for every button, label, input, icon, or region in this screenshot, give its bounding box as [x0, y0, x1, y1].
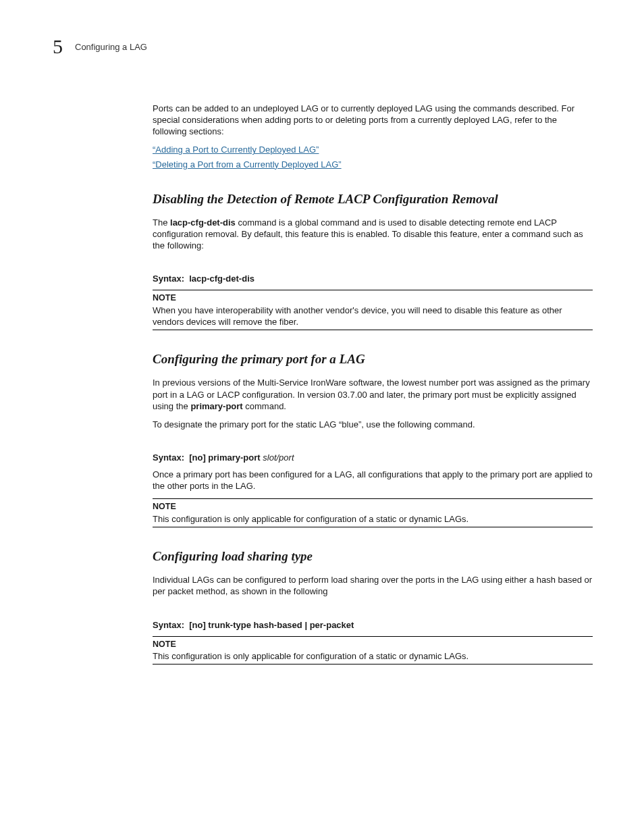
note-text: This configuration is only applicable fo…: [153, 650, 593, 662]
s1-paragraph-1: The lacp-cfg-det-dis command is a global…: [153, 217, 593, 251]
content-column: Ports can be added to an undeployed LAG …: [153, 103, 593, 664]
cmd-primary-port: primary-port: [190, 401, 242, 411]
s2-paragraph-2: To designate the primary port for the st…: [153, 419, 593, 430]
page: 5 Configuring a LAG Ports can be added t…: [0, 0, 644, 834]
s1-note: NOTE When you have interoperability with…: [153, 290, 593, 330]
intro-paragraph: Ports can be added to an undeployed LAG …: [153, 103, 593, 137]
heading-load-sharing: Configuring load sharing type: [153, 548, 593, 565]
syntax-cmd: [no] trunk-type hash-based | per-packet: [189, 620, 354, 630]
rule: [153, 527, 593, 527]
s2-syntax: Syntax: [no] primary-port slot/port: [153, 452, 593, 463]
heading-primary-port: Configuring the primary port for a LAG: [153, 350, 593, 367]
s3-paragraph-1: Individual LAGs can be configured to per…: [153, 574, 593, 597]
syntax-arg: slot/port: [263, 452, 294, 463]
rule: [153, 498, 593, 499]
s3-syntax: Syntax: [no] trunk-type hash-based | per…: [153, 619, 593, 631]
xref-adding-port[interactable]: “Adding a Port to Currently Deployed LAG…: [153, 144, 593, 155]
syntax-label: Syntax:: [153, 452, 184, 463]
rule: [153, 290, 593, 290]
note-label: NOTE: [153, 292, 593, 304]
note-text: When you have interoperability with anot…: [153, 305, 593, 328]
text: command.: [243, 401, 286, 411]
heading-disabling-detection: Disabling the Detection of Remote LACP C…: [153, 190, 593, 207]
text: The: [153, 217, 170, 228]
running-header: 5 Configuring a LAG: [53, 36, 594, 57]
xref-deleting-port[interactable]: “Deleting a Port from a Currently Deploy…: [153, 159, 593, 170]
s3-note: NOTE This configuration is only applicab…: [153, 636, 593, 665]
syntax-cmd: [no] primary-port: [189, 452, 260, 463]
s2-paragraph-3: Once a primary port has been configured …: [153, 469, 593, 492]
syntax-label: Syntax:: [153, 273, 184, 284]
rule: [153, 330, 593, 330]
cmd-lacp-cfg-det-dis: lacp-cfg-det-dis: [170, 217, 236, 228]
rule: [153, 636, 593, 637]
note-label: NOTE: [153, 639, 593, 650]
note-label: NOTE: [153, 501, 593, 513]
rule: [153, 664, 593, 664]
s2-paragraph-1: In previous versions of the Multi-Servic…: [153, 377, 593, 411]
chapter-number: 5: [53, 36, 63, 57]
s2-note: NOTE This configuration is only applicab…: [153, 498, 593, 527]
syntax-label: Syntax:: [153, 620, 184, 630]
s1-syntax: Syntax: lacp-cfg-det-dis: [153, 273, 593, 284]
chapter-title: Configuring a LAG: [75, 42, 147, 52]
syntax-cmd: lacp-cfg-det-dis: [189, 273, 254, 284]
note-text: This configuration is only applicable fo…: [153, 513, 593, 525]
